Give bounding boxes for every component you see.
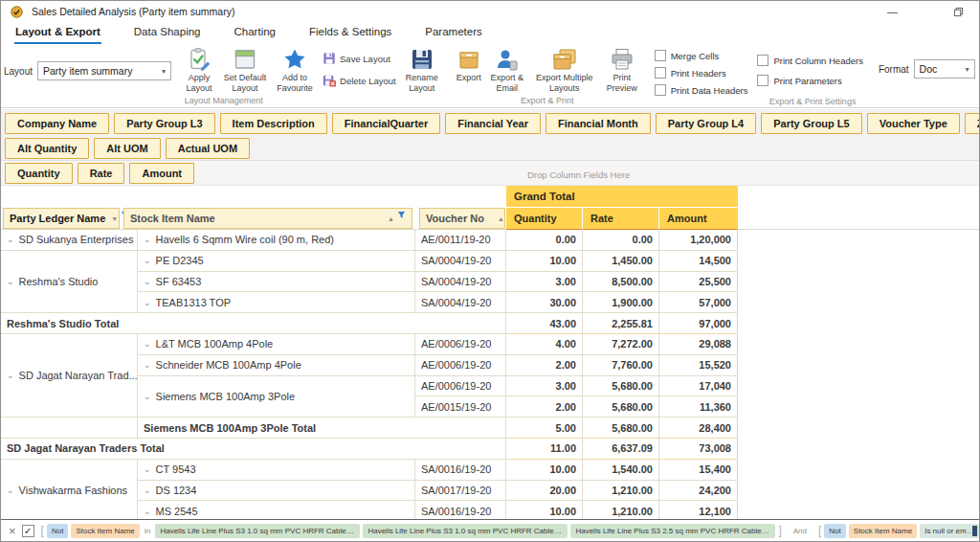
field-chip-party-group-l3[interactable]: Party Group L3: [114, 113, 214, 134]
print-preview-button[interactable]: Print Preview: [601, 44, 643, 94]
qty-cell[interactable]: 0.00: [506, 230, 583, 251]
field-chip-actual-uom[interactable]: Actual UOM: [166, 138, 250, 159]
filter-not-chip[interactable]: Not: [47, 524, 68, 538]
field-chip-financialquarter[interactable]: FinancialQuarter: [332, 113, 440, 134]
expand-chevron-icon[interactable]: ⌄: [144, 298, 151, 307]
voucher-cell[interactable]: SA/0004/19-20: [415, 251, 506, 272]
filter-funnel-icon[interactable]: [397, 210, 406, 221]
field-chip-rate[interactable]: Rate: [78, 163, 125, 184]
stock-cell[interactable]: ⌄DS 1234: [138, 481, 415, 502]
total-empty-cell[interactable]: [1, 418, 138, 439]
tab-charting[interactable]: Charting: [234, 22, 277, 44]
field-chip-amount[interactable]: Amount: [129, 163, 194, 184]
voucher-cell[interactable]: SA/0004/19-20: [415, 272, 506, 293]
stock-cell[interactable]: ⌄L&T MCB 100Amp 4Pole: [138, 334, 415, 355]
merge-cells-checkbox[interactable]: [655, 50, 666, 61]
export-button[interactable]: Export: [452, 44, 486, 83]
total-label-cell[interactable]: SD Jagat Narayan Traders Total: [1, 439, 506, 460]
field-chip-party-group-l5[interactable]: Party Group L5: [761, 113, 861, 134]
stock-cell[interactable]: ⌄PE D2345: [138, 251, 415, 272]
expand-chevron-icon[interactable]: ⌄: [144, 507, 151, 516]
apply-layout-button[interactable]: Apply Layout: [179, 44, 219, 94]
qty-cell[interactable]: 2.00: [506, 396, 583, 418]
stock-cell[interactable]: ⌄Havells 6 Sqmm Wire coil (90 m, Red): [138, 230, 415, 251]
print-headers-checkbox[interactable]: [655, 67, 666, 79]
set-default-layout-button[interactable]: Set Default Layout: [219, 44, 271, 94]
field-chip-financial-month[interactable]: Financial Month: [546, 113, 651, 134]
party-cell[interactable]: ⌄Vishwakarma Fashions: [1, 460, 138, 522]
stock-cell[interactable]: ⌄SF 63453: [138, 272, 415, 293]
amount-cell[interactable]: 73,008: [659, 439, 738, 460]
qty-cell[interactable]: 3.00: [506, 272, 583, 293]
qty-cell[interactable]: 3.00: [506, 376, 583, 397]
filter-field-chip[interactable]: Stock Item Name: [71, 524, 139, 538]
qty-cell[interactable]: 43.00: [506, 313, 583, 334]
tab-parameters[interactable]: Parameters: [424, 22, 482, 44]
voucher-cell[interactable]: AE/0006/19-20: [415, 355, 506, 376]
party-cell[interactable]: ⌄SD Sukanya Enterprises: [1, 230, 138, 251]
column-header-party-ledger-name[interactable]: Party Ledger Name▼: [3, 208, 120, 229]
expand-chevron-icon[interactable]: ⌄: [7, 371, 14, 380]
field-chip-company-name[interactable]: Company Name: [5, 113, 109, 134]
layout-select[interactable]: Party item summary ▾: [37, 61, 171, 80]
stock-cell[interactable]: ⌄CT 9543: [138, 460, 415, 481]
add-to-favourite-button[interactable]: Add to Favourite: [271, 44, 319, 94]
qty-cell[interactable]: 4.00: [506, 334, 583, 355]
rate-cell[interactable]: 8,500.00: [583, 272, 659, 293]
qty-cell[interactable]: 5.00: [506, 418, 583, 439]
expand-chevron-icon[interactable]: ⌄: [144, 464, 151, 474]
tab-fields-settings[interactable]: Fields & Settings: [308, 22, 392, 44]
expand-chevron-icon[interactable]: ⌄: [144, 486, 151, 495]
filter-value-chip[interactable]: Havells Life Line Plus S3 1.0 sq mm PVC …: [363, 524, 568, 538]
rate-cell[interactable]: 5,680.00: [583, 376, 659, 397]
amount-cell[interactable]: 24,200: [659, 481, 738, 502]
amount-cell[interactable]: 11,360: [659, 396, 738, 418]
voucher-cell[interactable]: AE/0015/19-20: [415, 396, 506, 418]
qty-cell[interactable]: 11.00: [506, 439, 583, 460]
amount-cell[interactable]: 25,500: [659, 272, 738, 293]
rate-cell[interactable]: 0.00: [583, 230, 659, 251]
format-select[interactable]: Doc ▾: [914, 59, 975, 79]
total-label-cell[interactable]: Siemens MCB 100Amp 3Pole Total: [138, 418, 506, 439]
rate-cell[interactable]: 1,210.00: [583, 481, 659, 502]
amount-cell[interactable]: 29,088: [659, 334, 738, 355]
expand-chevron-icon[interactable]: ⌄: [144, 360, 151, 370]
expand-chevron-icon[interactable]: ⌄: [7, 486, 14, 495]
qty-cell[interactable]: 30.00: [506, 292, 583, 313]
amount-cell[interactable]: 15,400: [659, 460, 738, 481]
voucher-cell[interactable]: SA/0016/19-20: [415, 460, 506, 481]
print-parameters-checkbox[interactable]: [757, 75, 768, 86]
clear-filter-icon[interactable]: ×: [9, 524, 16, 538]
amount-cell[interactable]: 14,500: [659, 251, 738, 272]
tab-layout-export[interactable]: Layout & Export: [14, 22, 101, 44]
save-layout-button[interactable]: Save Layout: [323, 52, 396, 65]
column-header-voucher-no[interactable]: Voucher No▲: [419, 208, 505, 229]
field-chip-voucher-type[interactable]: Voucher Type: [867, 113, 960, 134]
expand-chevron-icon[interactable]: ⌄: [7, 277, 14, 286]
party-cell[interactable]: ⌄SD Jagat Narayan Trad...: [1, 334, 138, 418]
delete-layout-button[interactable]: Delete Layout: [323, 74, 396, 87]
filter-value-chip[interactable]: Havells Life Line Plus S3 2.5 sq mm PVC …: [570, 524, 775, 538]
qty-cell[interactable]: 2.00: [506, 355, 583, 376]
rate-cell[interactable]: 2,255.81: [583, 313, 659, 334]
tab-data-shaping[interactable]: Data Shaping: [133, 22, 202, 44]
expand-chevron-icon[interactable]: ⌄: [7, 235, 14, 244]
total-label-cell[interactable]: Reshma's Studio Total: [1, 313, 506, 334]
expand-chevron-icon[interactable]: ⌄: [144, 392, 151, 401]
filter-field-chip[interactable]: Stock Item Name: [849, 524, 917, 538]
field-chip-alt-quantity[interactable]: Alt Quantity: [5, 138, 89, 159]
rename-layout-button[interactable]: Rename Layout: [400, 44, 444, 94]
amount-cell[interactable]: 97,000: [659, 313, 738, 334]
rate-cell[interactable]: 1,540.00: [583, 460, 659, 481]
voucher-cell[interactable]: SA/0004/19-20: [415, 292, 506, 313]
rate-cell[interactable]: 7,760.00: [583, 355, 659, 376]
qty-cell[interactable]: 10.00: [506, 460, 583, 481]
print-data-headers-checkbox[interactable]: [655, 84, 666, 96]
rate-cell[interactable]: 6,637.09: [583, 439, 659, 460]
qty-cell[interactable]: 20.00: [506, 481, 583, 502]
export-multiple-layouts-button[interactable]: Export Multiple Layouts: [528, 44, 601, 94]
voucher-cell[interactable]: AE/0006/19-20: [415, 334, 506, 355]
expand-chevron-icon[interactable]: ⌄: [144, 256, 151, 265]
rate-cell[interactable]: 5,680.00: [583, 396, 659, 418]
export-email-button[interactable]: Export & Email: [486, 44, 528, 94]
